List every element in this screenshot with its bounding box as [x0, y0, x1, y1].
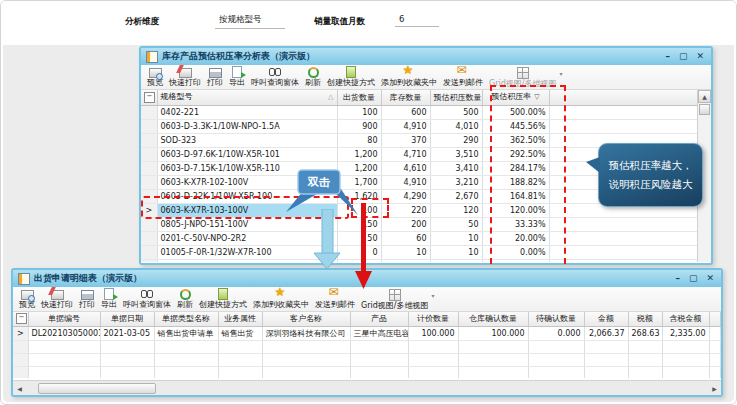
cell[interactable]: 01005-F-0R-1/32W-X7R-100 — [157, 246, 337, 260]
cell[interactable]: 33.33% — [482, 218, 549, 232]
cell[interactable]: 4,910 — [381, 120, 430, 134]
cell[interactable]: 4,910 — [381, 176, 430, 190]
cell[interactable]: 01005-F-1.33K-1/32W-NPO-101 — [157, 260, 337, 263]
row-indicator[interactable] — [141, 162, 157, 176]
row-indicator[interactable] — [141, 176, 157, 190]
query-form-button[interactable]: 呼叫查询窗体 — [120, 288, 174, 310]
cell[interactable]: 4,710 — [381, 148, 430, 162]
cell[interactable]: SOD-323 — [157, 134, 337, 148]
cell[interactable]: 150 — [337, 218, 381, 232]
cell[interactable]: 100 — [337, 204, 381, 218]
preview-button[interactable]: 预览 — [16, 288, 38, 310]
column-header[interactable]: 出货数量 — [337, 90, 381, 106]
maximize-button[interactable]: ▢ — [689, 274, 698, 283]
column-header[interactable]: 单据类型名称 — [154, 312, 218, 326]
cell[interactable]: 500.00% — [482, 106, 549, 120]
cell[interactable]: 600 — [381, 106, 430, 120]
cell[interactable]: 0 — [337, 260, 381, 263]
column-header[interactable]: 预估积压率▽ — [482, 90, 549, 106]
cell[interactable]: 100.000 — [408, 326, 458, 340]
cell[interactable]: 0603-D-3.3K-1/10W-NPO-1.5A — [157, 120, 337, 134]
dimension-value-field[interactable]: 按规格型号 — [215, 14, 285, 29]
cell[interactable]: 0603-D-7.15K-1/10W-X5R-110 — [157, 162, 337, 176]
cell[interactable]: 290 — [430, 134, 482, 148]
cell[interactable]: 4,010 — [430, 120, 482, 134]
cell[interactable]: 0402-221 — [157, 106, 337, 120]
column-header[interactable]: 计价数量 — [408, 312, 458, 326]
cell[interactable]: 60 — [381, 232, 430, 246]
cell[interactable]: 10 — [381, 246, 430, 260]
row-indicator[interactable]: > — [141, 204, 157, 218]
cell[interactable]: 20.00% — [482, 232, 549, 246]
quick-print-button[interactable]: 快速打印 — [166, 66, 204, 88]
cell[interactable]: 188.82% — [482, 176, 549, 190]
cell[interactable]: 100.000 — [458, 326, 528, 340]
cell[interactable]: 销售出货 — [218, 326, 262, 340]
cell[interactable]: 100 — [337, 106, 381, 120]
cell[interactable]: 3,210 — [430, 176, 482, 190]
row-indicator[interactable] — [141, 218, 157, 232]
export-button[interactable]: 导出 — [98, 288, 120, 310]
row-indicator[interactable] — [141, 148, 157, 162]
export-button[interactable]: 导出 — [226, 66, 248, 88]
cell[interactable]: 3,510 — [430, 148, 482, 162]
cell[interactable]: 4,610 — [381, 162, 430, 176]
cell[interactable]: DL202103050001 — [28, 326, 100, 340]
send-mail-button[interactable]: 发送到邮件 — [440, 66, 486, 88]
cell[interactable]: 200 — [381, 218, 430, 232]
cell[interactable]: 深圳羽络科技有限公司 — [262, 326, 350, 340]
cell[interactable]: 284.17% — [482, 162, 549, 176]
minimize-button[interactable]: – — [675, 274, 680, 283]
cell[interactable]: 4,290 — [381, 190, 430, 204]
scroll-left-icon[interactable]: ◀ — [13, 382, 26, 395]
cell[interactable]: 三星中高压电容 — [350, 326, 408, 340]
cell[interactable]: 10 — [430, 232, 482, 246]
column-header[interactable]: 库存数量 — [381, 90, 430, 106]
scroll-thumb[interactable] — [38, 383, 156, 394]
cell[interactable]: 50 — [430, 218, 482, 232]
column-header[interactable]: 业务属性 — [218, 312, 262, 326]
column-header[interactable]: 仓库确认数量 — [458, 312, 528, 326]
grid-view-toggle[interactable]: Grid视图/多维视图 — [358, 288, 431, 311]
cell[interactable]: 0.00% — [482, 246, 549, 260]
cell[interactable]: 销售出货申请单 — [154, 326, 218, 340]
grid-view-toggle[interactable]: Grid视图/多维视图 — [486, 66, 559, 89]
cell[interactable]: 20 — [430, 260, 482, 263]
preview-button[interactable]: 预览 — [144, 66, 166, 88]
row-indicator[interactable] — [141, 106, 157, 120]
cell[interactable]: 1,620 — [337, 190, 381, 204]
cell[interactable]: 362.50% — [482, 134, 549, 148]
close-button[interactable]: ✕ — [696, 52, 704, 61]
cell[interactable]: 20 — [381, 260, 430, 263]
create-shortcut-button[interactable]: 创建快捷方式 — [324, 66, 378, 88]
cell[interactable]: 0201-C-50V-NPO-2R2 — [157, 232, 337, 246]
months-value-field[interactable]: 6 — [395, 14, 439, 27]
column-header[interactable]: 含税金额 — [662, 312, 709, 326]
cell[interactable]: 900 — [337, 120, 381, 134]
cell[interactable]: 220 — [381, 204, 430, 218]
quick-print-button[interactable]: 快速打印 — [38, 288, 76, 310]
column-header[interactable]: 预估积压数量 — [430, 90, 482, 106]
cell[interactable]: 0 — [337, 246, 381, 260]
row-indicator[interactable] — [141, 246, 157, 260]
collapse-all-icon[interactable]: − — [141, 90, 157, 106]
cell[interactable]: 0603-K-X7R-103-100V — [157, 204, 337, 218]
minimize-button[interactable]: – — [665, 52, 670, 61]
column-header[interactable]: 金额 — [584, 312, 628, 326]
create-shortcut-button[interactable]: 创建快捷方式 — [196, 288, 250, 310]
cell[interactable]: 50 — [337, 232, 381, 246]
cell[interactable]: 120 — [430, 204, 482, 218]
scroll-up-icon[interactable]: ▲ — [698, 90, 711, 103]
cell[interactable]: 0.00% — [482, 260, 549, 263]
refresh-button[interactable]: 刷新 — [174, 288, 196, 310]
cell[interactable]: 0805-J-NPO-151-100V — [157, 218, 337, 232]
horizontal-scrollbar[interactable]: ◀ ▶ — [13, 380, 721, 395]
cell[interactable]: 2,670 — [430, 190, 482, 204]
add-favorites-button[interactable]: 添加到收藏夹中 — [378, 66, 440, 88]
row-indicator[interactable] — [141, 190, 157, 204]
query-form-button[interactable]: 呼叫查询窗体 — [248, 66, 302, 88]
row-indicator[interactable]: > — [13, 326, 28, 340]
cell[interactable]: 80 — [337, 134, 381, 148]
column-header[interactable]: 客户名称 — [262, 312, 350, 326]
cell[interactable]: 0603-D-97.6K-1/10W-X5R-101 — [157, 148, 337, 162]
